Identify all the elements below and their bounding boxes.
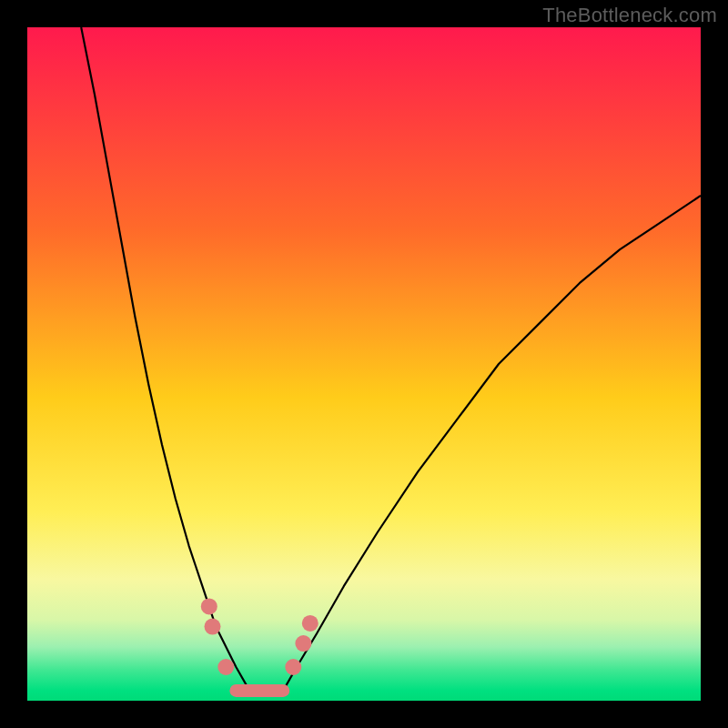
outer-frame: TheBottleneck.com [0,0,728,728]
watermark-label: TheBottleneck.com [542,4,717,27]
marker-0 [201,598,217,614]
gradient-background [27,27,701,701]
marker-3 [285,659,301,675]
chart-canvas [27,27,701,701]
plot-area [27,27,701,701]
marker-2 [217,659,234,675]
marker-5 [302,615,318,632]
marker-4 [295,635,311,652]
marker-1 [205,619,221,635]
